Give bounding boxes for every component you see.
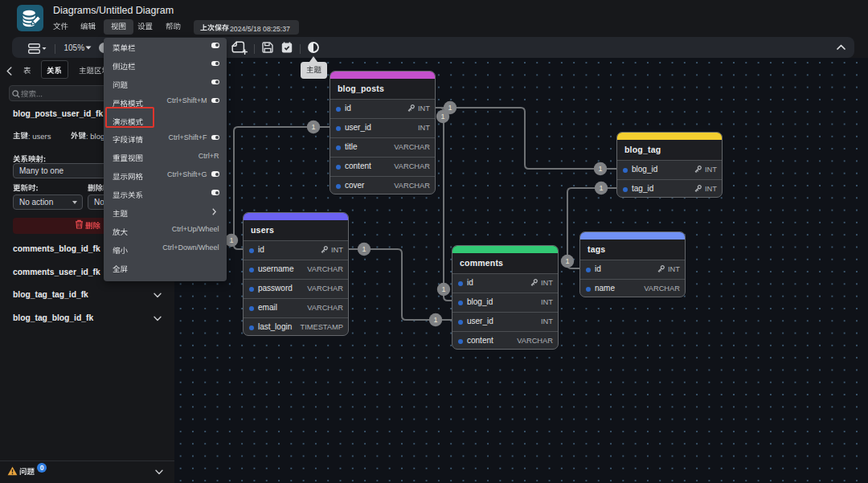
svg-text:1: 1 (599, 184, 603, 192)
svg-text:1: 1 (441, 285, 445, 293)
svg-text:1: 1 (565, 257, 569, 265)
svg-text:1: 1 (311, 123, 315, 131)
svg-text:1: 1 (598, 165, 602, 173)
svg-text:1: 1 (362, 245, 366, 253)
svg-text:1: 1 (440, 113, 444, 121)
svg-text:1: 1 (448, 104, 452, 112)
svg-text:1: 1 (229, 236, 233, 244)
svg-text:1: 1 (433, 316, 437, 324)
